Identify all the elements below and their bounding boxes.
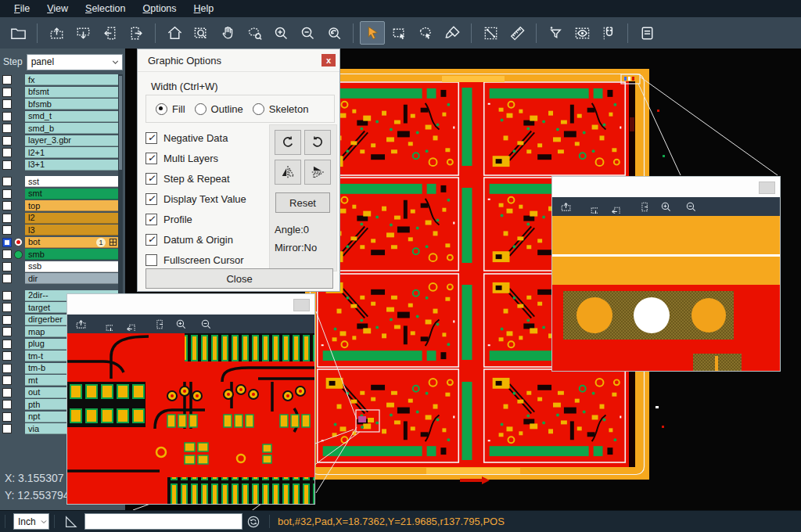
layer-name[interactable]: layer_3.gbr <box>25 135 119 146</box>
zoom-window-button[interactable] <box>189 21 214 45</box>
unit-select[interactable]: Inch <box>13 513 49 530</box>
rotate-cw-button[interactable] <box>275 130 301 155</box>
menu-file[interactable]: File <box>6 2 38 16</box>
layer-visibility-checkbox[interactable] <box>2 376 12 385</box>
select-cursor-button[interactable] <box>360 21 385 45</box>
layer-visibility-checkbox[interactable] <box>2 327 12 336</box>
open-file-button[interactable] <box>5 21 31 45</box>
layer-visibility-checkbox[interactable] <box>2 225 12 235</box>
pan-left-button[interactable] <box>121 315 140 332</box>
layer-visibility-checkbox[interactable] <box>2 177 12 186</box>
magnifier-canvas[interactable] <box>552 216 780 371</box>
layer-panel-button[interactable] <box>634 21 659 45</box>
checkbox-step-repeat[interactable]: ✓Step & Repeat <box>145 168 246 189</box>
layer-name[interactable]: fx <box>25 74 119 85</box>
checkbox-profile[interactable]: ✓Profile <box>145 209 246 229</box>
layer-visibility-checkbox[interactable] <box>2 75 12 84</box>
menu-options[interactable]: Options <box>135 2 184 16</box>
snap-button[interactable] <box>596 21 621 45</box>
layer-visibility-checkbox[interactable] <box>2 351 12 361</box>
mirror-vertical-button[interactable] <box>304 160 331 185</box>
menu-help[interactable]: Help <box>186 2 222 16</box>
magnifier-titlebar[interactable] <box>552 177 780 197</box>
layer-visibility-checkbox[interactable] <box>2 160 12 170</box>
pan-left-button[interactable] <box>606 198 625 215</box>
zoom-out-button[interactable] <box>295 21 320 45</box>
step-select[interactable]: panel <box>27 54 123 70</box>
command-input[interactable] <box>84 513 242 530</box>
layer-name[interactable]: l3 <box>25 225 119 235</box>
mirror-horizontal-button[interactable] <box>275 160 301 185</box>
layer-visibility-checkbox[interactable] <box>2 388 12 397</box>
layer-visibility-checkbox[interactable] <box>2 262 12 271</box>
checkbox-negative-data[interactable]: ✓Negative Data <box>145 128 246 148</box>
layer-visibility-checkbox[interactable] <box>2 291 12 300</box>
zoom-in-button[interactable] <box>171 315 190 332</box>
pan-left-button[interactable] <box>97 21 122 45</box>
layer-visibility-checkbox[interactable] <box>2 136 12 146</box>
layer-name[interactable]: l2+1 <box>25 147 119 158</box>
layer-name[interactable]: bfsmb <box>25 99 119 110</box>
zoom-previous-button[interactable] <box>321 21 347 45</box>
layer-visibility-checkbox[interactable] <box>2 124 12 133</box>
checkbox-display-text-value[interactable]: ✓Display Text Value <box>145 189 246 209</box>
menu-selection[interactable]: Selection <box>77 2 133 16</box>
dialog-titlebar[interactable]: Graphic Options <box>138 49 339 72</box>
layer-name[interactable]: l2 <box>25 213 119 224</box>
layer-visibility-checkbox[interactable] <box>2 274 12 283</box>
pan-up-button[interactable] <box>71 315 90 332</box>
menu-view[interactable]: View <box>39 2 76 16</box>
layer-visibility-checkbox[interactable] <box>2 412 12 422</box>
layer-visibility-checkbox[interactable] <box>2 250 12 259</box>
layer-name[interactable]: sst <box>25 176 119 187</box>
collapse-button[interactable] <box>293 299 310 311</box>
checkbox-datum-origin[interactable]: ✓Datum & Origin <box>145 229 246 250</box>
layer-visibility-checkbox[interactable] <box>2 112 12 121</box>
pan-right-button[interactable] <box>631 198 650 215</box>
layer-name[interactable]: bfsmt <box>25 87 119 98</box>
layer-visibility-checkbox[interactable] <box>2 99 12 109</box>
pan-hand-button[interactable] <box>215 21 240 45</box>
layer-visibility-checkbox[interactable] <box>2 400 12 409</box>
layer-name[interactable]: ssb <box>25 261 119 272</box>
reset-button[interactable]: Reset <box>275 192 330 213</box>
display-options-button[interactable] <box>569 21 594 45</box>
layer-visibility-checkbox[interactable] <box>2 189 12 199</box>
pan-down-button[interactable] <box>581 198 600 215</box>
checkbox-fullscreen-cursor[interactable]: Fullscreen Cursor <box>145 250 246 270</box>
radio-outline[interactable]: Outline <box>195 103 243 115</box>
magnifier-titlebar[interactable] <box>67 294 314 315</box>
layer-name[interactable]: smt <box>25 189 119 200</box>
layer-name[interactable]: bot1 <box>25 237 119 248</box>
radio-fill[interactable]: Fill <box>156 103 185 115</box>
angle-mode-icon[interactable] <box>63 514 78 530</box>
layer-visibility-checkbox[interactable] <box>2 303 12 312</box>
layer-visibility-checkbox[interactable] <box>2 201 12 210</box>
zoom-object-button[interactable] <box>242 21 267 45</box>
close-button[interactable]: Close <box>145 268 333 289</box>
layer-name[interactable]: smb <box>25 249 119 260</box>
pan-down-button[interactable] <box>96 315 115 332</box>
clean-screen-button[interactable] <box>440 21 465 45</box>
measure-ruler-button[interactable] <box>505 21 530 45</box>
layer-name[interactable]: smd_b <box>25 123 119 134</box>
layer-visibility-checkbox[interactable] <box>2 364 12 373</box>
zoom-home-button[interactable] <box>162 21 187 45</box>
pan-down-button[interactable] <box>70 21 95 45</box>
rotate-ccw-button[interactable] <box>304 130 331 155</box>
radio-skeleton[interactable]: Skeleton <box>253 103 309 115</box>
layer-name[interactable]: top <box>25 200 119 211</box>
layer-visibility-checkbox[interactable] <box>2 238 12 247</box>
layer-visibility-checkbox[interactable] <box>2 424 12 433</box>
collapse-button[interactable] <box>759 182 775 194</box>
layer-name[interactable]: l3+1 <box>25 160 119 171</box>
magnifier-canvas[interactable] <box>67 333 314 504</box>
measure-distance-button[interactable] <box>478 21 503 45</box>
layer-visibility-checkbox[interactable] <box>2 88 12 97</box>
layer-visibility-checkbox[interactable] <box>2 214 12 223</box>
select-rectangle-button[interactable] <box>386 21 411 45</box>
zoom-out-button[interactable] <box>681 198 700 215</box>
dialog-close-button[interactable]: x <box>321 54 336 66</box>
zoom-in-button[interactable] <box>268 21 293 45</box>
layer-name[interactable]: dir <box>25 273 119 284</box>
